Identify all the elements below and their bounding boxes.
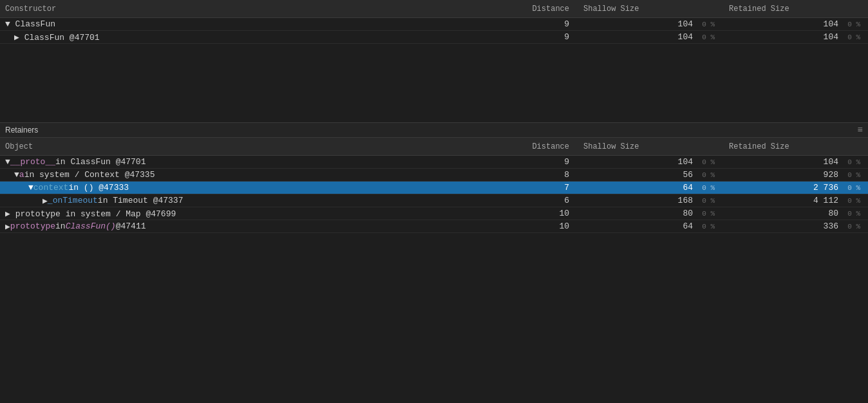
table-row[interactable]: ▼ a in system / Context @47335 8 560 % 9… [0, 169, 868, 182]
distance-cell: 6 [493, 196, 577, 205]
distance-cell: 9 [493, 157, 577, 167]
constructor-header: Constructor Distance Shallow Size Retain… [0, 0, 868, 18]
constructor-cell: ▼ ClassFun [0, 19, 493, 29]
distance-cell: 9 [493, 19, 577, 29]
retained-cell: 4 1120 % [722, 196, 868, 205]
shallow-col-header: Shallow Size [577, 5, 722, 14]
retained-cell: 9280 % [722, 170, 868, 180]
table-row[interactable]: ▼ ClassFun 9 1040 % 1040 % [0, 18, 868, 31]
shallow-cell: 560 % [577, 170, 722, 180]
retained-cell: 1040 % [722, 19, 868, 29]
table-row[interactable]: ▼ __proto__ in ClassFun @47701 9 1040 % … [0, 156, 868, 169]
retained-cell: 2 7360 % [722, 183, 868, 192]
table-row[interactable]: ▶ prototype in system / Map @47699 10 80… [0, 207, 868, 220]
constructor-cell: ▶ ClassFun @47701 [0, 32, 493, 42]
shallow-col-header-ret: Shallow Size [577, 142, 722, 151]
retained-cell: 1040 % [722, 32, 868, 42]
object-cell: ▼ context in () @47333 [0, 183, 493, 192]
retainers-header: Object Distance Shallow Size Retained Si… [0, 138, 868, 156]
constructor-panel: Constructor Distance Shallow Size Retain… [0, 0, 868, 122]
shallow-cell: 1680 % [577, 196, 722, 205]
retainers-section-header: Retainers ≡ [0, 122, 868, 138]
distance-cell: 10 [493, 221, 577, 231]
menu-icon[interactable]: ≡ [858, 125, 863, 135]
shallow-cell: 800 % [577, 209, 722, 218]
retained-col-header-ret: Retained Size [722, 142, 868, 151]
retainers-label: Retainers [5, 126, 38, 135]
table-row[interactable]: ▶ ClassFun @47701 9 1040 % 1040 % [0, 31, 868, 44]
table-row[interactable]: ▼ context in () @47333 7 640 % 2 7360 % [0, 182, 868, 194]
shallow-cell: 640 % [577, 183, 722, 192]
object-cell: ▼ __proto__ in ClassFun @47701 [0, 157, 493, 167]
distance-cell: 9 [493, 32, 577, 42]
table-row[interactable]: ▶ _onTimeout in Timeout @47337 6 1680 % … [0, 194, 868, 207]
distance-col-header-ret: Distance [493, 142, 577, 151]
distance-col-header: Distance [493, 5, 577, 14]
shallow-cell: 1040 % [577, 32, 722, 42]
distance-cell: 8 [493, 170, 577, 180]
object-cell: ▶ _onTimeout in Timeout @47337 [0, 196, 493, 206]
object-cell: ▶ prototype in ClassFun() @47411 [0, 221, 493, 232]
table-row[interactable]: ▶ prototype in ClassFun() @47411 10 640 … [0, 220, 868, 233]
retainers-panel: Object Distance Shallow Size Retained Si… [0, 138, 868, 395]
object-cell: ▼ a in system / Context @47335 [0, 170, 493, 180]
shallow-cell: 1040 % [577, 19, 722, 29]
object-col-header: Object [0, 142, 493, 151]
distance-cell: 7 [493, 183, 577, 192]
retained-cell: 3360 % [722, 221, 868, 231]
object-cell: ▶ prototype in system / Map @47699 [0, 209, 493, 219]
retained-cell: 1040 % [722, 157, 868, 167]
retained-cell: 800 % [722, 209, 868, 218]
constructor-col-header: Constructor [0, 5, 493, 14]
distance-cell: 10 [493, 209, 577, 218]
shallow-cell: 1040 % [577, 157, 722, 167]
retained-col-header: Retained Size [722, 5, 868, 14]
shallow-cell: 640 % [577, 221, 722, 231]
